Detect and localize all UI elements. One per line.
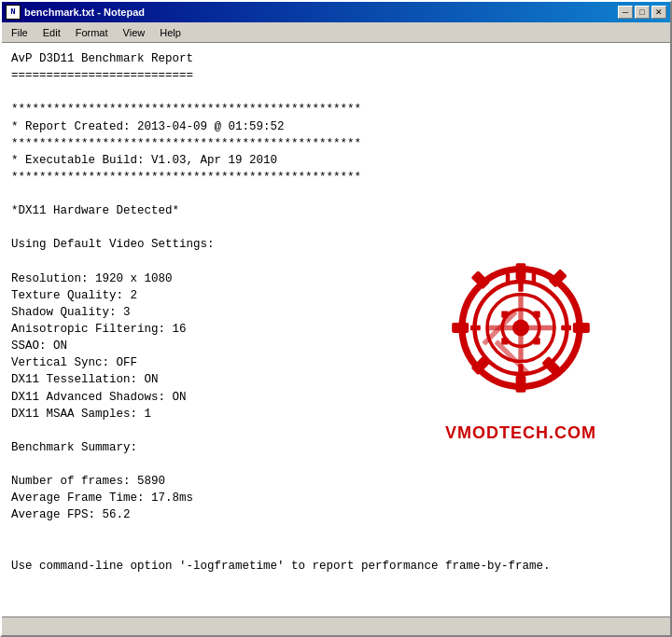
title-bar: N benchmark.txt - Notepad ─ □ ✕ bbox=[2, 2, 670, 22]
menu-edit[interactable]: Edit bbox=[35, 23, 68, 42]
svg-rect-24 bbox=[501, 338, 508, 344]
svg-rect-18 bbox=[518, 364, 523, 374]
app-icon: N bbox=[6, 5, 21, 20]
logo-text: VMODTECH.COM bbox=[427, 423, 614, 443]
minimize-button[interactable]: ─ bbox=[618, 6, 633, 19]
svg-rect-19 bbox=[470, 325, 481, 330]
svg-rect-30 bbox=[532, 273, 537, 285]
main-window: N benchmark.txt - Notepad ─ □ ✕ File Edi… bbox=[0, 0, 672, 637]
status-bar bbox=[2, 616, 670, 635]
svg-rect-20 bbox=[561, 325, 571, 330]
svg-rect-22 bbox=[501, 312, 508, 318]
svg-rect-29 bbox=[506, 273, 511, 285]
svg-rect-21 bbox=[534, 312, 540, 318]
maximize-button[interactable]: □ bbox=[635, 6, 650, 19]
title-bar-buttons: ─ □ ✕ bbox=[618, 6, 666, 19]
close-button[interactable]: ✕ bbox=[651, 6, 666, 19]
vmodtech-logo bbox=[437, 248, 605, 416]
menu-bar: File Edit Format View Help bbox=[2, 22, 670, 43]
menu-file[interactable]: File bbox=[4, 23, 35, 42]
logo-container: VMODTECH.COM bbox=[427, 248, 614, 443]
text-editor-area[interactable]: AvP D3D11 Benchmark Report =============… bbox=[2, 43, 670, 616]
menu-help[interactable]: Help bbox=[152, 23, 189, 42]
svg-rect-17 bbox=[518, 282, 523, 292]
svg-rect-23 bbox=[534, 338, 540, 344]
menu-format[interactable]: Format bbox=[68, 23, 116, 42]
svg-rect-8 bbox=[471, 270, 490, 289]
window-title: benchmark.txt - Notepad bbox=[24, 7, 618, 18]
menu-view[interactable]: View bbox=[116, 23, 153, 42]
